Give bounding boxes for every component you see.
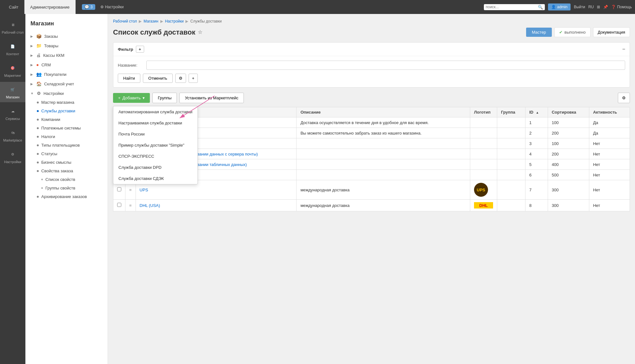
row-active: Нет (589, 170, 630, 180)
col-id[interactable]: ID ▲ (525, 107, 548, 117)
nav-item-settings-section[interactable]: ▼ ⚙ Настройки (25, 89, 108, 98)
search-bar: 🔍 (484, 4, 545, 10)
done-button[interactable]: ✔ выполнено (554, 27, 591, 37)
documentation-button[interactable]: Документация (593, 27, 630, 37)
master-button[interactable]: Мастер (526, 28, 552, 37)
dropdown-item-sdek[interactable]: Служба доставки СДЭК (113, 173, 197, 184)
sidebar-item-services[interactable]: ☁ Сервисы (0, 103, 25, 124)
sidebar-item-shop[interactable]: 🛒 Магазин (0, 82, 25, 102)
arrow-icon: ▶ (30, 35, 33, 38)
row-checkbox[interactable] (117, 187, 121, 191)
table-row: ≡ DHL (USA) международная доставка DHL 8… (113, 200, 630, 211)
row-id: 1 (525, 117, 548, 128)
nav-sub-business-values[interactable]: Бизнес смыслы (25, 158, 108, 167)
language-selector[interactable]: RU (588, 5, 594, 9)
table-toolbar: + Добавить ▾ Группы Установить из Маркет… (113, 93, 630, 103)
drag-handle-icon: ≡ (129, 203, 132, 208)
nav-item-crm[interactable]: ▶ ● CRM (25, 60, 108, 69)
dot-icon (37, 136, 39, 138)
filter-plus-button[interactable]: + (189, 74, 198, 83)
sidebar-item-marketplace[interactable]: 🛍 Marketplace (0, 125, 25, 145)
ups-logo-text: UPS (477, 188, 485, 192)
notifications-badge[interactable]: 💬 3 (82, 4, 95, 10)
dot-icon (37, 144, 39, 146)
dropdown-item-pochta[interactable]: Почта России (113, 129, 197, 140)
groups-button[interactable]: Группы (152, 93, 177, 103)
sidebar-item-desktop[interactable]: 🖥 Рабочий стол (0, 17, 25, 37)
breadcrumb-shop[interactable]: Магазин (144, 19, 158, 23)
row-group (497, 149, 525, 159)
dropdown-item-spsr[interactable]: СПСР-ЭКСПРЕСС (113, 151, 197, 162)
filter-cancel-button[interactable]: Отменить (143, 74, 172, 83)
sidebar-item-marketing[interactable]: 🎯 Маркетинг (0, 60, 25, 81)
filter-collapse-button[interactable]: − (622, 46, 625, 52)
nav-sidebar: Магазин ▶ 📦 Заказы ▶ 📁 Товары ▶ 🖨 Кассы … (25, 14, 108, 364)
dropdown-item-auto[interactable]: Автоматизированная служба доставки (113, 106, 197, 117)
nav-sub-payment[interactable]: Платежные системы (25, 124, 108, 132)
main-layout: 🖥 Рабочий стол 📄 Контент 🎯 Маркетинг 🛒 М… (0, 14, 635, 364)
nav-subsub-props-list[interactable]: Список свойств (25, 175, 108, 184)
nav-sub-archive[interactable]: Архивирование заказов (25, 192, 108, 201)
nav-item-warehouse[interactable]: ▶ 🏠 Складской учет (25, 79, 108, 89)
settings-link[interactable]: ⚙ Настройки (100, 5, 124, 9)
admin-button[interactable]: 👤 admin (548, 3, 571, 10)
help-link[interactable]: ❓ Помощь (611, 5, 632, 9)
filter-find-button[interactable]: Найти (118, 74, 140, 83)
star-icon[interactable]: ☆ (198, 29, 202, 35)
arrow-icon: ▶ (30, 73, 33, 76)
table-settings-button[interactable]: ⚙ (618, 93, 630, 103)
col-logo: Логотип (470, 107, 497, 117)
logout-link[interactable]: Выйти (574, 5, 585, 9)
row-group (497, 159, 525, 170)
main-content: Рабочий стол ▶ Магазин ▶ Настройки ▶ Слу… (108, 14, 635, 364)
plus-icon: + (118, 96, 121, 100)
breadcrumb-desktop[interactable]: Рабочий стол (113, 19, 137, 23)
dhl-logo: DHL (474, 202, 493, 208)
row-active: Да (589, 117, 630, 128)
nav-sub-payer-types[interactable]: Типы плательщиков (25, 141, 108, 149)
row-description (297, 149, 470, 159)
check-icon: ✔ (559, 30, 563, 35)
row-sort: 400 (548, 159, 589, 170)
dropdown-item-custom[interactable]: Настраиваемая служба доставки (113, 117, 197, 129)
nav-sub-taxes[interactable]: Налоги (25, 132, 108, 141)
row-sort: 200 (548, 149, 589, 159)
filter-body: Название: Найти Отменить ⚙ + (113, 56, 630, 87)
row-description (297, 159, 470, 170)
breadcrumb-settings[interactable]: Настройки (165, 19, 184, 23)
filter-name-input[interactable] (146, 61, 625, 70)
bookmark-icon[interactable]: 📌 (603, 5, 608, 9)
row-name-link[interactable]: DHL (USA) (140, 203, 160, 208)
tab-site[interactable]: Сайт (3, 0, 24, 14)
dropdown-item-simple[interactable]: Пример службы доставки "Simple" (113, 140, 197, 151)
dot-icon (37, 110, 39, 112)
row-checkbox[interactable] (117, 203, 121, 207)
search-input[interactable] (486, 5, 537, 9)
row-active: Нет (589, 200, 630, 211)
sidebar-item-content[interactable]: 📄 Контент (0, 39, 25, 59)
row-name-link[interactable]: UPS (140, 188, 148, 192)
breadcrumb: Рабочий стол ▶ Магазин ▶ Настройки ▶ Слу… (113, 19, 630, 23)
arrow-icon: ▶ (30, 44, 33, 48)
marketplace-button[interactable]: Установить из Маркетплейс (179, 93, 244, 103)
nav-sub-delivery-services[interactable]: Службы доставки (25, 107, 108, 115)
sidebar-item-settings[interactable]: ⚙ Настройки (0, 147, 25, 167)
nav-sub-companies[interactable]: Компании (25, 115, 108, 124)
page-header-actions: Мастер ✔ выполнено Документация (526, 27, 630, 37)
services-icon: ☁ (8, 107, 17, 116)
filter-gear-button[interactable]: ⚙ (175, 74, 186, 83)
row-logo (470, 170, 497, 180)
nav-sub-statuses[interactable]: Статусы (25, 149, 108, 158)
nav-item-kkm[interactable]: ▶ 🖨 Кассы ККМ (25, 50, 108, 60)
add-button[interactable]: + Добавить ▾ (113, 93, 150, 103)
nav-item-buyers[interactable]: ▶ 👥 Покупатели (25, 69, 108, 79)
filter-add-button[interactable]: + (136, 46, 144, 53)
nav-sub-order-props[interactable]: Свойства заказа (25, 167, 108, 175)
nav-sub-shop-master[interactable]: Мастер магазина (25, 98, 108, 107)
nav-item-goods[interactable]: ▶ 📁 Товары (25, 41, 108, 50)
notifications-count: 3 (90, 5, 93, 9)
dropdown-item-dpd[interactable]: Служба доставки DPD (113, 162, 197, 173)
nav-item-orders[interactable]: ▶ 📦 Заказы (25, 31, 108, 41)
tab-admin[interactable]: Администрирование (24, 0, 76, 14)
nav-subsub-props-groups[interactable]: Группы свойств (25, 184, 108, 192)
